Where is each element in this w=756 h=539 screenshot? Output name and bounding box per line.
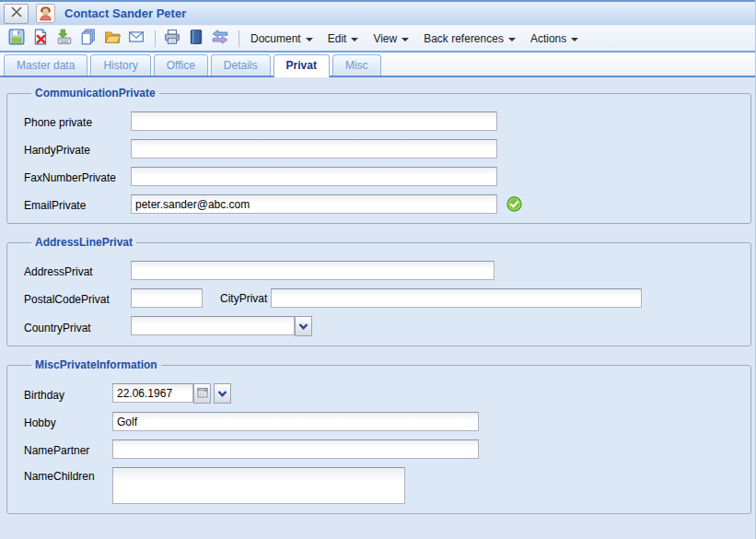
swap-button[interactable]	[209, 28, 231, 50]
phone-private-input[interactable]	[131, 111, 497, 131]
toolbar: Document Edit View Back references Actio…	[0, 26, 755, 53]
city-privat-label: CityPrivat	[220, 292, 267, 305]
form-row: CountryPrivat	[24, 316, 741, 336]
chevron-down-icon	[351, 38, 358, 41]
mail-icon	[128, 29, 145, 48]
chevron-down-icon	[217, 387, 227, 401]
privat-tab-panel: CommunicationPrivate Phone private Handy…	[0, 77, 755, 539]
section-title: MiscPrivateInformation	[31, 358, 161, 371]
menu-document[interactable]: Document	[245, 29, 319, 49]
communication-private-section: CommunicationPrivate Phone private Handy…	[6, 87, 751, 224]
titlebar: Contact Sander Peter	[0, 0, 755, 26]
menu-document-label: Document	[250, 32, 301, 45]
birthday-input[interactable]	[112, 383, 193, 403]
fax-number-private-label: FaxNumberPrivate	[24, 169, 131, 184]
misc-private-information-section: MiscPrivateInformation Birthday	[6, 358, 751, 514]
address-privat-input[interactable]	[131, 261, 494, 280]
contact-window: Contact Sander Peter	[0, 0, 756, 539]
menu-back-references-label: Back references	[424, 32, 504, 45]
form-row: Birthday	[24, 383, 741, 404]
form-row: FaxNumberPrivate	[24, 167, 741, 186]
tab-master-data[interactable]: Master data	[4, 54, 87, 76]
section-title: CommunicationPrivate	[31, 87, 159, 100]
copy-icon	[80, 29, 97, 48]
birthday-date-picker[interactable]	[112, 383, 211, 404]
folder-icon	[104, 29, 121, 48]
valid-check-icon	[506, 196, 522, 212]
form-row: NamePartner	[24, 439, 741, 459]
close-icon	[10, 6, 23, 21]
name-children-label: NameChildren	[24, 467, 112, 483]
print-button[interactable]	[161, 28, 183, 50]
form-row: HandyPrivate	[24, 139, 741, 158]
tab-bar: Master data History Office Details Priva…	[0, 53, 755, 77]
journal-icon	[188, 29, 204, 48]
form-row: Phone private	[24, 111, 741, 131]
name-partner-input[interactable]	[112, 439, 479, 459]
hobby-input[interactable]	[112, 412, 479, 431]
tab-history[interactable]: History	[90, 54, 150, 76]
menu-actions[interactable]: Actions	[525, 29, 584, 49]
print-icon	[164, 29, 180, 48]
chevron-down-icon	[306, 38, 313, 41]
country-privat-label: CountryPrivat	[24, 319, 131, 334]
postal-code-privat-input[interactable]	[131, 288, 203, 308]
toolbar-separator	[155, 30, 156, 47]
city-privat-input[interactable]	[271, 288, 642, 308]
birthday-label: Birthday	[24, 386, 112, 402]
delete-document-icon	[32, 29, 49, 48]
form-row: EmailPrivate	[24, 194, 741, 214]
form-row: Hobby	[24, 412, 741, 431]
name-children-textarea[interactable]	[112, 467, 405, 504]
chevron-down-icon	[508, 38, 516, 41]
postal-code-privat-label: PostalCodePrivat	[24, 290, 131, 306]
tab-misc[interactable]: Misc	[332, 54, 381, 76]
form-row: NameChildren	[24, 467, 741, 504]
tab-details[interactable]: Details	[211, 54, 271, 76]
address-line-privat-section: AddressLinePrivat AddressPrivat PostalCo…	[6, 236, 751, 346]
birthday-dropdown-button[interactable]	[214, 383, 231, 404]
toolbar-separator	[238, 30, 239, 47]
country-privat-select[interactable]	[131, 316, 312, 336]
mail-button[interactable]	[125, 28, 147, 50]
section-title: AddressLinePrivat	[31, 236, 136, 249]
close-button[interactable]	[4, 4, 29, 24]
menu-edit-label: Edit	[328, 32, 347, 45]
fax-number-private-input[interactable]	[131, 167, 497, 186]
chevron-down-icon	[298, 320, 308, 334]
checkin-button[interactable]	[53, 28, 76, 50]
form-row: AddressPrivat	[24, 261, 741, 280]
menu-edit[interactable]: Edit	[322, 29, 365, 49]
checkin-keyboard-icon	[56, 29, 73, 48]
email-private-label: EmailPrivate	[24, 196, 131, 212]
country-dropdown-button[interactable]	[295, 316, 312, 336]
contact-avatar-icon	[36, 4, 55, 23]
menu-back-references[interactable]: Back references	[418, 29, 521, 49]
calendar-button[interactable]	[193, 383, 211, 404]
handy-private-input[interactable]	[131, 139, 497, 158]
copy-button[interactable]	[77, 28, 99, 50]
hobby-label: Hobby	[24, 414, 112, 429]
save-icon	[8, 29, 25, 48]
save-button[interactable]	[6, 28, 28, 50]
menu-view[interactable]: View	[367, 29, 414, 49]
delete-button[interactable]	[29, 28, 52, 50]
country-privat-input[interactable]	[131, 316, 295, 335]
window-title: Contact Sander Peter	[64, 6, 186, 20]
journal-button[interactable]	[185, 28, 207, 50]
folder-button[interactable]	[101, 28, 123, 50]
swap-arrows-icon	[211, 29, 229, 48]
email-private-input[interactable]	[131, 194, 497, 214]
tab-privat[interactable]: Privat	[273, 54, 330, 77]
name-partner-label: NamePartner	[24, 441, 112, 457]
chevron-down-icon	[571, 38, 578, 41]
calendar-icon	[197, 387, 208, 401]
chevron-down-icon	[401, 38, 409, 41]
phone-private-label: Phone private	[24, 113, 131, 129]
address-privat-label: AddressPrivat	[24, 263, 131, 278]
handy-private-label: HandyPrivate	[24, 141, 131, 157]
menu-view-label: View	[373, 32, 397, 45]
menu-actions-label: Actions	[530, 32, 566, 45]
tab-office[interactable]: Office	[154, 54, 208, 76]
form-row: PostalCodePrivat CityPrivat	[24, 288, 741, 308]
